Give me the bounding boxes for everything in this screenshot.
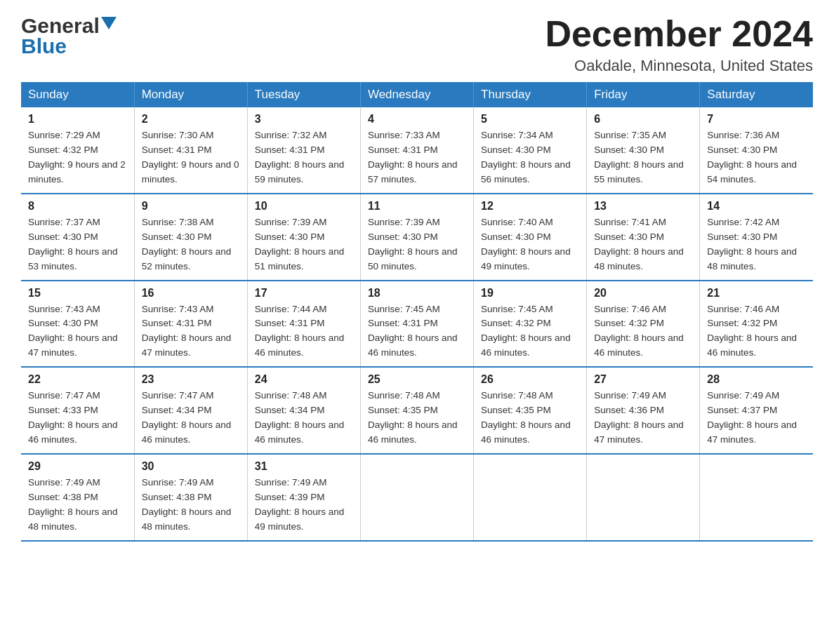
header-wednesday: Wednesday bbox=[360, 82, 473, 107]
day-info: Sunrise: 7:49 AMSunset: 4:38 PMDaylight:… bbox=[28, 476, 127, 535]
day-info: Sunrise: 7:49 AMSunset: 4:37 PMDaylight:… bbox=[707, 389, 806, 448]
table-row: 23 Sunrise: 7:47 AMSunset: 4:34 PMDaylig… bbox=[134, 367, 247, 454]
calendar-week-row: 1 Sunrise: 7:29 AMSunset: 4:32 PMDayligh… bbox=[21, 107, 813, 194]
day-info: Sunrise: 7:38 AMSunset: 4:30 PMDaylight:… bbox=[142, 215, 240, 274]
day-info: Sunrise: 7:47 AMSunset: 4:34 PMDaylight:… bbox=[142, 389, 240, 448]
day-number: 12 bbox=[481, 200, 579, 213]
table-row: 20 Sunrise: 7:46 AMSunset: 4:32 PMDaylig… bbox=[587, 281, 700, 368]
day-number: 22 bbox=[28, 373, 127, 386]
header-thursday: Thursday bbox=[474, 82, 587, 107]
day-info: Sunrise: 7:37 AMSunset: 4:30 PMDaylight:… bbox=[28, 215, 127, 274]
day-number: 1 bbox=[28, 113, 127, 126]
calendar-header-row: Sunday Monday Tuesday Wednesday Thursday… bbox=[21, 82, 813, 107]
table-row bbox=[360, 454, 473, 541]
table-row: 1 Sunrise: 7:29 AMSunset: 4:32 PMDayligh… bbox=[21, 107, 134, 194]
day-info: Sunrise: 7:43 AMSunset: 4:30 PMDaylight:… bbox=[28, 302, 127, 361]
table-row: 29 Sunrise: 7:49 AMSunset: 4:38 PMDaylig… bbox=[21, 454, 134, 541]
table-row: 22 Sunrise: 7:47 AMSunset: 4:33 PMDaylig… bbox=[21, 367, 134, 454]
day-number: 30 bbox=[142, 460, 240, 473]
day-info: Sunrise: 7:45 AMSunset: 4:32 PMDaylight:… bbox=[481, 302, 579, 361]
table-row: 24 Sunrise: 7:48 AMSunset: 4:34 PMDaylig… bbox=[247, 367, 360, 454]
day-number: 9 bbox=[142, 200, 240, 213]
table-row: 8 Sunrise: 7:37 AMSunset: 4:30 PMDayligh… bbox=[21, 194, 134, 281]
day-number: 13 bbox=[594, 200, 692, 213]
day-number: 17 bbox=[255, 287, 353, 300]
calendar-week-row: 29 Sunrise: 7:49 AMSunset: 4:38 PMDaylig… bbox=[21, 454, 813, 541]
table-row: 31 Sunrise: 7:49 AMSunset: 4:39 PMDaylig… bbox=[247, 454, 360, 541]
table-row: 25 Sunrise: 7:48 AMSunset: 4:35 PMDaylig… bbox=[360, 367, 473, 454]
day-number: 10 bbox=[255, 200, 353, 213]
day-info: Sunrise: 7:47 AMSunset: 4:33 PMDaylight:… bbox=[28, 389, 127, 448]
day-number: 29 bbox=[28, 460, 127, 473]
table-row: 14 Sunrise: 7:42 AMSunset: 4:30 PMDaylig… bbox=[700, 194, 813, 281]
logo: General Blue bbox=[21, 14, 117, 58]
day-number: 6 bbox=[594, 113, 692, 126]
header-saturday: Saturday bbox=[700, 82, 813, 107]
table-row: 9 Sunrise: 7:38 AMSunset: 4:30 PMDayligh… bbox=[134, 194, 247, 281]
day-info: Sunrise: 7:48 AMSunset: 4:34 PMDaylight:… bbox=[255, 389, 353, 448]
month-title: December 2024 bbox=[545, 14, 813, 54]
day-info: Sunrise: 7:49 AMSunset: 4:39 PMDaylight:… bbox=[255, 476, 353, 535]
table-row: 26 Sunrise: 7:48 AMSunset: 4:35 PMDaylig… bbox=[474, 367, 587, 454]
day-number: 11 bbox=[368, 200, 466, 213]
day-number: 2 bbox=[142, 113, 240, 126]
table-row: 30 Sunrise: 7:49 AMSunset: 4:38 PMDaylig… bbox=[134, 454, 247, 541]
day-number: 14 bbox=[707, 200, 806, 213]
day-info: Sunrise: 7:32 AMSunset: 4:31 PMDaylight:… bbox=[255, 128, 353, 187]
calendar-week-row: 22 Sunrise: 7:47 AMSunset: 4:33 PMDaylig… bbox=[21, 367, 813, 454]
header-friday: Friday bbox=[587, 82, 700, 107]
day-info: Sunrise: 7:35 AMSunset: 4:30 PMDaylight:… bbox=[594, 128, 692, 187]
day-info: Sunrise: 7:49 AMSunset: 4:38 PMDaylight:… bbox=[142, 476, 240, 535]
day-info: Sunrise: 7:39 AMSunset: 4:30 PMDaylight:… bbox=[255, 215, 353, 274]
table-row: 6 Sunrise: 7:35 AMSunset: 4:30 PMDayligh… bbox=[587, 107, 700, 194]
day-number: 5 bbox=[481, 113, 579, 126]
day-number: 3 bbox=[255, 113, 353, 126]
day-number: 23 bbox=[142, 373, 240, 386]
day-info: Sunrise: 7:44 AMSunset: 4:31 PMDaylight:… bbox=[255, 302, 353, 361]
day-number: 8 bbox=[28, 200, 127, 213]
table-row bbox=[587, 454, 700, 541]
day-info: Sunrise: 7:43 AMSunset: 4:31 PMDaylight:… bbox=[142, 302, 240, 361]
table-row: 16 Sunrise: 7:43 AMSunset: 4:31 PMDaylig… bbox=[134, 281, 247, 368]
day-number: 25 bbox=[368, 373, 466, 386]
location-subtitle: Oakdale, Minnesota, United States bbox=[545, 57, 813, 75]
table-row: 28 Sunrise: 7:49 AMSunset: 4:37 PMDaylig… bbox=[700, 367, 813, 454]
day-number: 16 bbox=[142, 287, 240, 300]
header-monday: Monday bbox=[134, 82, 247, 107]
day-number: 4 bbox=[368, 113, 466, 126]
table-row bbox=[474, 454, 587, 541]
table-row: 7 Sunrise: 7:36 AMSunset: 4:30 PMDayligh… bbox=[700, 107, 813, 194]
day-info: Sunrise: 7:33 AMSunset: 4:31 PMDaylight:… bbox=[368, 128, 466, 187]
calendar-week-row: 15 Sunrise: 7:43 AMSunset: 4:30 PMDaylig… bbox=[21, 281, 813, 368]
table-row: 21 Sunrise: 7:46 AMSunset: 4:32 PMDaylig… bbox=[700, 281, 813, 368]
title-section: December 2024 Oakdale, Minnesota, United… bbox=[545, 14, 813, 75]
table-row bbox=[700, 454, 813, 541]
page-header: General Blue December 2024 Oakdale, Minn… bbox=[21, 14, 813, 75]
day-number: 28 bbox=[707, 373, 806, 386]
day-info: Sunrise: 7:39 AMSunset: 4:30 PMDaylight:… bbox=[368, 215, 466, 274]
day-info: Sunrise: 7:45 AMSunset: 4:31 PMDaylight:… bbox=[368, 302, 466, 361]
day-info: Sunrise: 7:40 AMSunset: 4:30 PMDaylight:… bbox=[481, 215, 579, 274]
table-row: 3 Sunrise: 7:32 AMSunset: 4:31 PMDayligh… bbox=[247, 107, 360, 194]
day-info: Sunrise: 7:48 AMSunset: 4:35 PMDaylight:… bbox=[481, 389, 579, 448]
day-number: 31 bbox=[255, 460, 353, 473]
day-info: Sunrise: 7:49 AMSunset: 4:36 PMDaylight:… bbox=[594, 389, 692, 448]
logo-text-blue: Blue bbox=[21, 34, 67, 58]
table-row: 10 Sunrise: 7:39 AMSunset: 4:30 PMDaylig… bbox=[247, 194, 360, 281]
day-info: Sunrise: 7:42 AMSunset: 4:30 PMDaylight:… bbox=[707, 215, 806, 274]
day-info: Sunrise: 7:41 AMSunset: 4:30 PMDaylight:… bbox=[594, 215, 692, 274]
table-row: 27 Sunrise: 7:49 AMSunset: 4:36 PMDaylig… bbox=[587, 367, 700, 454]
calendar-week-row: 8 Sunrise: 7:37 AMSunset: 4:30 PMDayligh… bbox=[21, 194, 813, 281]
table-row: 2 Sunrise: 7:30 AMSunset: 4:31 PMDayligh… bbox=[134, 107, 247, 194]
day-number: 19 bbox=[481, 287, 579, 300]
table-row: 19 Sunrise: 7:45 AMSunset: 4:32 PMDaylig… bbox=[474, 281, 587, 368]
day-info: Sunrise: 7:36 AMSunset: 4:30 PMDaylight:… bbox=[707, 128, 806, 187]
svg-marker-0 bbox=[101, 17, 117, 29]
table-row: 13 Sunrise: 7:41 AMSunset: 4:30 PMDaylig… bbox=[587, 194, 700, 281]
table-row: 4 Sunrise: 7:33 AMSunset: 4:31 PMDayligh… bbox=[360, 107, 473, 194]
table-row: 5 Sunrise: 7:34 AMSunset: 4:30 PMDayligh… bbox=[474, 107, 587, 194]
table-row: 15 Sunrise: 7:43 AMSunset: 4:30 PMDaylig… bbox=[21, 281, 134, 368]
table-row: 17 Sunrise: 7:44 AMSunset: 4:31 PMDaylig… bbox=[247, 281, 360, 368]
day-info: Sunrise: 7:46 AMSunset: 4:32 PMDaylight:… bbox=[594, 302, 692, 361]
day-number: 26 bbox=[481, 373, 579, 386]
